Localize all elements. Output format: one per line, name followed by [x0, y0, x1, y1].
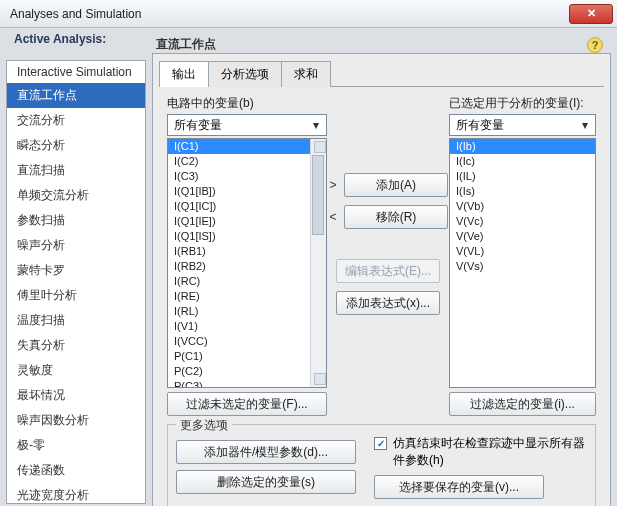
list-item[interactable]: V(Vs) [450, 259, 595, 274]
list-item[interactable]: I(Q1[IE]) [168, 214, 326, 229]
analysis-sidebar: Interactive Simulation直流工作点交流分析瞬态分析直流扫描单… [6, 60, 146, 504]
list-item[interactable]: I(RB2) [168, 259, 326, 274]
left-variables-listbox[interactable]: I(C1)I(C2)I(C3)I(Q1[IB])I(Q1[IC])I(Q1[IE… [167, 138, 327, 388]
edit-expression-button: 编辑表达式(E)... [336, 259, 440, 283]
list-item[interactable]: I(Q1[IB]) [168, 184, 326, 199]
more-options-group: 更多选项 添加器件/模型参数(d)... 删除选定的变量(s) ✓ 仿真结束时在… [167, 424, 596, 506]
list-item[interactable]: I(RC) [168, 274, 326, 289]
delete-selected-vars-button[interactable]: 删除选定的变量(s) [176, 470, 356, 494]
list-item[interactable]: I(VCC) [168, 334, 326, 349]
sidebar-item[interactable]: 直流工作点 [7, 83, 145, 108]
sidebar-item[interactable]: 蒙特卡罗 [7, 258, 145, 283]
left-variables-label: 电路中的变量(b) [167, 95, 327, 112]
list-item[interactable]: I(Is) [450, 184, 595, 199]
chevron-down-icon: ▾ [577, 117, 593, 133]
sidebar-item[interactable]: 传递函数 [7, 458, 145, 483]
right-variables-label: 已选定用于分析的变量(I): [449, 95, 596, 112]
more-options-legend: 更多选项 [176, 417, 232, 434]
list-item[interactable]: P(C1) [168, 349, 326, 364]
sidebar-item[interactable]: 温度扫描 [7, 308, 145, 333]
scrollbar[interactable] [310, 139, 326, 387]
list-item[interactable]: I(C1) [168, 139, 326, 154]
sidebar-item[interactable]: 噪声因数分析 [7, 408, 145, 433]
sidebar-item[interactable]: 傅里叶分析 [7, 283, 145, 308]
right-combo-value: 所有变量 [456, 117, 504, 134]
sidebar-item[interactable]: 极-零 [7, 433, 145, 458]
list-item[interactable]: V(VL) [450, 244, 595, 259]
list-item[interactable]: I(Ic) [450, 154, 595, 169]
list-item[interactable]: I(Q1[IC]) [168, 199, 326, 214]
list-item[interactable]: V(Ve) [450, 229, 595, 244]
scroll-thumb[interactable] [312, 155, 324, 235]
sidebar-item[interactable]: Interactive Simulation [7, 61, 145, 83]
right-variables-combo[interactable]: 所有变量 ▾ [449, 114, 596, 136]
right-variables-listbox[interactable]: I(Ib)I(Ic)I(IL)I(Is)V(Vb)V(Vc)V(Ve)V(VL)… [449, 138, 596, 388]
show-all-params-checkbox[interactable]: ✓ [374, 437, 387, 450]
list-item[interactable]: I(RE) [168, 289, 326, 304]
tab[interactable]: 求和 [281, 61, 331, 87]
sidebar-item[interactable]: 交流分析 [7, 108, 145, 133]
remove-button[interactable]: 移除(R) [344, 205, 448, 229]
arrow-left-icon: < [328, 210, 338, 224]
arrow-right-icon: > [328, 178, 338, 192]
filter-unselected-button[interactable]: 过滤未选定的变量(F)... [167, 392, 327, 416]
chevron-down-icon: ▾ [308, 117, 324, 133]
sidebar-item[interactable]: 灵敏度 [7, 358, 145, 383]
sidebar-item[interactable]: 噪声分析 [7, 233, 145, 258]
add-component-params-button[interactable]: 添加器件/模型参数(d)... [176, 440, 356, 464]
list-item[interactable]: I(Q1[IS]) [168, 229, 326, 244]
sidebar-item[interactable]: 瞬态分析 [7, 133, 145, 158]
add-expression-button[interactable]: 添加表达式(x)... [336, 291, 440, 315]
list-item[interactable]: P(C3) [168, 379, 326, 388]
list-item[interactable]: V(Vb) [450, 199, 595, 214]
sidebar-item[interactable]: 失真分析 [7, 333, 145, 358]
window-title: Analyses and Simulation [10, 7, 141, 21]
list-item[interactable]: I(RB1) [168, 244, 326, 259]
sidebar-item[interactable]: 最坏情况 [7, 383, 145, 408]
close-button[interactable]: ✕ [569, 4, 613, 24]
choose-save-vars-button[interactable]: 选择要保存的变量(v)... [374, 475, 544, 499]
left-variables-combo[interactable]: 所有变量 ▾ [167, 114, 327, 136]
list-item[interactable]: I(C3) [168, 169, 326, 184]
list-item[interactable]: I(Ib) [450, 139, 595, 154]
help-icon[interactable]: ? [587, 37, 603, 53]
list-item[interactable]: I(RL) [168, 304, 326, 319]
list-item[interactable]: P(C2) [168, 364, 326, 379]
add-button[interactable]: 添加(A) [344, 173, 448, 197]
panel-title: 直流工作点 [156, 36, 216, 53]
filter-selected-button[interactable]: 过滤选定的变量(i)... [449, 392, 596, 416]
tab[interactable]: 输出 [159, 61, 209, 87]
sidebar-item[interactable]: 参数扫描 [7, 208, 145, 233]
active-analysis-label: Active Analysis: [14, 32, 106, 46]
sidebar-item[interactable]: 单频交流分析 [7, 183, 145, 208]
list-item[interactable]: I(IL) [450, 169, 595, 184]
tab[interactable]: 分析选项 [208, 61, 282, 87]
list-item[interactable]: I(C2) [168, 154, 326, 169]
show-all-params-label: 仿真结束时在检查踪迹中显示所有器件参数(h) [393, 435, 587, 469]
left-combo-value: 所有变量 [174, 117, 222, 134]
sidebar-item[interactable]: 直流扫描 [7, 158, 145, 183]
list-item[interactable]: I(V1) [168, 319, 326, 334]
list-item[interactable]: V(Vc) [450, 214, 595, 229]
sidebar-item[interactable]: 光迹宽度分析 [7, 483, 145, 504]
